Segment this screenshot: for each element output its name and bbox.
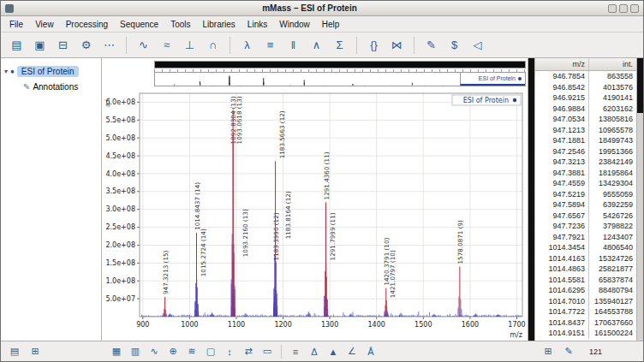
svg-text:a.i.: a.i. [104, 98, 111, 107]
peaklist-row[interactable]: 947.58946392259 [535, 199, 636, 211]
peaklist-row[interactable]: 946.85424013576 [535, 82, 636, 93]
sequence-tool-button[interactable]: ⋈ [386, 36, 408, 55]
menu-libraries[interactable]: Libraries [197, 18, 242, 31]
monoisotopic-labels-button[interactable]: ▲ [325, 344, 342, 359]
spectrum-column: ESI of Protein 9001000110012001300140015… [102, 58, 528, 341]
smoothing-tool-button[interactable]: ∿ [133, 36, 154, 55]
peaklist-view-button[interactable]: ⊞ [27, 344, 44, 359]
peaklist-header[interactable]: m/z int. [535, 58, 636, 71]
annotation-tool-button[interactable]: ✎ [420, 36, 442, 55]
overview-ruler[interactable] [102, 58, 528, 69]
svg-text:1400: 1400 [368, 321, 385, 329]
peaklist-row[interactable]: 947.188118499743 [535, 135, 636, 146]
toggle-ruler-button[interactable]: ▥ [127, 344, 144, 359]
menu-window[interactable]: Window [273, 18, 316, 31]
svg-text:900: 900 [136, 321, 149, 329]
notifications-tool-button[interactable]: ◁ [467, 36, 488, 55]
menu-processing[interactable]: Processing [60, 18, 114, 31]
overview-strip-svg[interactable] [155, 73, 460, 86]
more-tools-button[interactable]: ⋯ [98, 36, 120, 55]
tracker-tool-button[interactable]: ≋ [183, 344, 200, 359]
peaklist-row[interactable]: 947.121310965578 [535, 125, 636, 136]
peaklist-row[interactable]: 946.7854863558 [535, 71, 636, 82]
tree-item-annotations[interactable]: ✎ Annotations [1, 79, 101, 94]
notation-boxes-button[interactable]: ▢ [202, 344, 219, 359]
peaklist-row[interactable]: 947.79211243407 [535, 232, 636, 243]
menu-file[interactable]: File [3, 18, 29, 31]
plot-vertical-scrollbar-thumb[interactable] [528, 58, 534, 341]
peaklist-row[interactable]: 946.92154190141 [535, 92, 636, 104]
svg-text:1200: 1200 [274, 321, 291, 329]
svg-text:1183.5663 (12): 1183.5663 (12) [278, 110, 286, 158]
peaklist-row[interactable]: 1014.7722164553788 [535, 306, 636, 317]
overview-strip[interactable]: ESI of Protein [154, 72, 526, 86]
units-tool-button[interactable]: Å [362, 344, 379, 359]
peaklist-row[interactable]: 947.52199555059 [535, 189, 636, 200]
autoscale-x-button[interactable]: ⇄ [240, 344, 257, 359]
menu-tools[interactable]: Tools [164, 18, 196, 31]
peaklist-row[interactable]: 947.65675426726 [535, 211, 636, 222]
close-button[interactable] [630, 4, 639, 13]
maximize-button[interactable] [619, 4, 628, 13]
envelope-tool-button[interactable]: ∧ [306, 36, 327, 55]
peaklist-row[interactable]: 1014.8437170637660 [535, 317, 636, 329]
peaklist-header-mz[interactable]: m/z [535, 58, 588, 70]
profile-mode-button[interactable]: ∿ [146, 344, 163, 359]
zoom-tool-button[interactable]: ⊕ [164, 344, 182, 359]
peaklist-tool-button[interactable]: ≡ [259, 36, 281, 55]
peaklist-row[interactable]: 1014.9151161500224 [535, 328, 636, 339]
expander-icon[interactable]: ▾ [4, 68, 8, 75]
peak-picking-tool-button[interactable]: ⊥ [179, 36, 200, 55]
peaklist-header-int[interactable]: int. [588, 58, 636, 70]
menu-help[interactable]: Help [316, 18, 346, 31]
peaklist-row[interactable]: 947.053413805816 [535, 114, 636, 125]
tree-item-document[interactable]: ▾ ● ESI of Protein [1, 63, 101, 79]
baseline-tool-button[interactable]: ≈ [156, 36, 177, 55]
delta-labels-button[interactable]: Δ [306, 344, 323, 359]
compound-search-tool-button[interactable]: {} [363, 36, 385, 55]
peaklist-row[interactable]: 1014.416315324726 [535, 253, 636, 264]
menu-view[interactable]: View [29, 18, 60, 31]
minimize-button[interactable] [608, 4, 617, 13]
menu-sequence[interactable]: Sequence [114, 18, 164, 31]
peaklist-row[interactable]: 947.321323842149 [535, 157, 636, 168]
toolbar-separator [230, 37, 230, 54]
edit-annotation-button[interactable]: ✎ [560, 344, 577, 359]
peaklist-scrollbar[interactable] [636, 58, 643, 341]
peaklist-row[interactable]: 947.455913429304 [535, 178, 636, 189]
angle-tool-button[interactable]: ∠ [343, 344, 361, 359]
peaklist-row[interactable]: 946.98846203162 [535, 104, 636, 115]
deconvolution-tool-button[interactable]: ‖ [283, 36, 304, 55]
autoscale-y-button[interactable]: ↕ [221, 344, 238, 359]
save-document-button[interactable]: ▣ [29, 36, 51, 55]
menu-links[interactable]: Links [242, 18, 273, 31]
overview-ruler-thumb[interactable] [154, 61, 526, 68]
svg-text:1291.7999 (11): 1291.7999 (11) [329, 212, 337, 260]
peaklist-row[interactable]: 1014.558165837874 [535, 275, 636, 286]
toggle-grid-button[interactable]: ▦ [108, 344, 125, 359]
svg-text:ESI of Protein: ESI of Protein [463, 97, 509, 104]
peaklist-row[interactable]: 947.72363798822 [535, 221, 636, 232]
peaklist-row[interactable]: 1014.486325821877 [535, 264, 636, 275]
deisotoping-tool-button[interactable]: ∩ [202, 36, 224, 55]
range-tool-button[interactable]: ▭ [259, 344, 276, 359]
peaklist-row[interactable]: 1014.7010135940127 [535, 296, 636, 307]
svg-text:2.0e+08: 2.0e+08 [105, 241, 135, 249]
document-settings-button[interactable]: ⚙ [75, 36, 97, 55]
peaklist-row[interactable]: 947.254619951366 [535, 146, 636, 157]
spectrum-plot[interactable]: 900100011001200130014001500160017005.0e+… [102, 86, 528, 341]
peaklist-row[interactable]: 1014.629588480794 [535, 285, 636, 296]
labels-tool-button[interactable]: λ [236, 36, 258, 55]
plot-vertical-scrollbar[interactable] [528, 58, 534, 341]
mass-calculator-tool-button[interactable]: $ [444, 36, 465, 55]
peaklist-row[interactable]: 947.388118195864 [535, 168, 636, 179]
add-annotation-button[interactable]: ⊞ [540, 344, 557, 359]
label-peaks-button[interactable]: ≡ [287, 344, 304, 359]
print-report-button[interactable]: ⊟ [52, 36, 74, 55]
spectrum-view-button[interactable]: ▤ [6, 344, 23, 359]
formula-tool-button[interactable]: Σ [329, 36, 350, 55]
open-document-button[interactable]: ▤ [6, 36, 27, 55]
peaklist-row[interactable]: 1014.34544806540 [535, 242, 636, 253]
svg-text:2.5e+08: 2.5e+08 [105, 223, 135, 231]
peaklist-scrollbar-thumb[interactable] [637, 58, 643, 113]
